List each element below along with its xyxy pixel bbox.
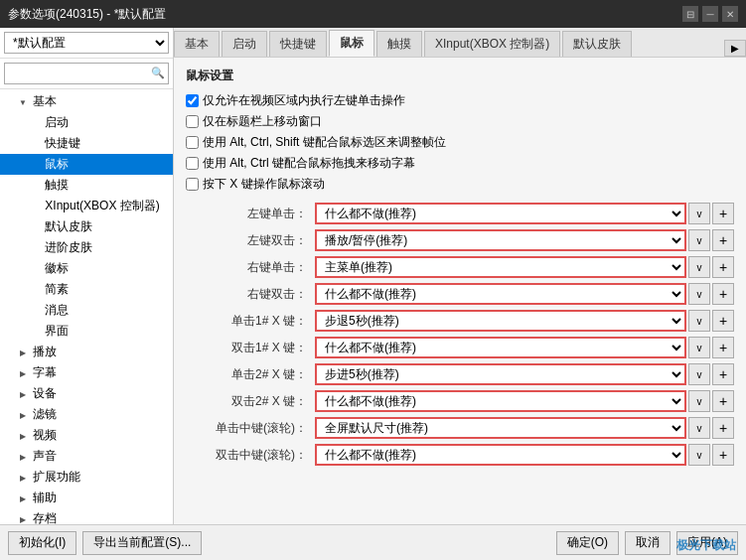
tree-item-assist[interactable]: 辅助 xyxy=(0,488,173,508)
settings-plus-btn-9[interactable]: + xyxy=(712,444,734,466)
tree-label-subtitle: 字幕 xyxy=(33,365,57,379)
sidebar-search-container: 🔍 xyxy=(0,59,173,89)
checkbox-cb4[interactable] xyxy=(186,157,199,170)
settings-v-btn-2[interactable]: v xyxy=(688,256,710,278)
settings-select-6[interactable]: 步进5秒(推荐) xyxy=(315,363,686,385)
tree-expander-subtitle[interactable] xyxy=(16,365,30,379)
checkbox-cb5[interactable] xyxy=(186,178,199,191)
tree-expander-video[interactable] xyxy=(16,428,30,442)
tree-expander-extend[interactable] xyxy=(16,470,30,484)
init-button[interactable]: 初始化(I) xyxy=(8,531,76,555)
tree-item-simple[interactable]: 简素 xyxy=(0,279,173,300)
tree-expander-playback[interactable] xyxy=(16,345,30,358)
tree-label-audio: 声音 xyxy=(33,449,57,463)
checkbox-row-cb2: 仅在标题栏上移动窗口 xyxy=(186,113,734,130)
tree-expander-basic[interactable] xyxy=(16,94,30,108)
tree-expander-doc[interactable] xyxy=(16,511,30,524)
settings-v-btn-7[interactable]: v xyxy=(688,390,710,412)
tree-expander-audio[interactable] xyxy=(16,449,30,463)
checkboxes-container: 仅允许在视频区域内执行左键单击操作 仅在标题栏上移动窗口 使用 Alt, Ctr… xyxy=(186,92,734,193)
tree-item-extend[interactable]: 扩展功能 xyxy=(0,467,173,488)
settings-select-5[interactable]: 什么都不做(推荐) xyxy=(315,337,686,358)
settings-label-4: 单击1# X 键： xyxy=(186,313,315,330)
tree-item-filter[interactable]: 滤镜 xyxy=(0,404,173,425)
minimize-button[interactable]: ─ xyxy=(702,6,718,22)
tree-item-message[interactable]: 消息 xyxy=(0,300,173,321)
tab-touch[interactable]: 触摸 xyxy=(376,31,422,57)
tree-item-logo[interactable]: 徽标 xyxy=(0,258,173,279)
close-button[interactable]: ✕ xyxy=(722,6,738,22)
settings-v-btn-0[interactable]: v xyxy=(688,203,710,224)
tab-mouse[interactable]: 鼠标 xyxy=(329,30,374,57)
settings-select-8[interactable]: 全屏默认尺寸(推荐) xyxy=(315,417,686,439)
settings-v-btn-4[interactable]: v xyxy=(688,310,710,332)
settings-select-9[interactable]: 什么都不做(推荐) xyxy=(315,444,686,466)
settings-plus-btn-4[interactable]: + xyxy=(712,310,734,332)
tree-item-shortcut[interactable]: 快捷键 xyxy=(0,133,173,154)
tab-nav-right[interactable]: ▶ xyxy=(724,40,746,57)
profile-select[interactable]: *默认配置 xyxy=(4,32,169,54)
tab-start[interactable]: 启动 xyxy=(222,31,267,57)
settings-select-3[interactable]: 什么都不做(推荐) xyxy=(315,283,686,305)
watermark: 极光下载站 xyxy=(676,537,736,554)
tree-item-playback[interactable]: 播放 xyxy=(0,342,173,362)
tab-shortcut[interactable]: 快捷键 xyxy=(269,31,327,57)
tree-item-progress[interactable]: 进阶皮肤 xyxy=(0,237,173,258)
checkbox-cb3[interactable] xyxy=(186,136,199,149)
settings-plus-btn-5[interactable]: + xyxy=(712,337,734,358)
search-input[interactable] xyxy=(4,63,169,84)
settings-plus-btn-3[interactable]: + xyxy=(712,283,734,305)
pin-button[interactable]: ⊟ xyxy=(682,6,698,22)
settings-select-0[interactable]: 什么都不做(推荐) xyxy=(315,203,686,224)
settings-v-btn-5[interactable]: v xyxy=(688,337,710,358)
tree-item-doc[interactable]: 存档 xyxy=(0,508,173,524)
checkbox-label-cb5: 按下 X 键操作鼠标滚动 xyxy=(203,176,325,193)
checkbox-label-cb1: 仅允许在视频区域内执行左键单击操作 xyxy=(203,92,405,109)
tab-defaultskin[interactable]: 默认皮肤 xyxy=(562,31,632,57)
settings-v-btn-6[interactable]: v xyxy=(688,363,710,385)
tree-item-device[interactable]: 设备 xyxy=(0,383,173,404)
settings-v-btn-1[interactable]: v xyxy=(688,229,710,251)
settings-plus-btn-6[interactable]: + xyxy=(712,363,734,385)
settings-control-0: 什么都不做(推荐) v + xyxy=(315,203,734,224)
tree-label-playback: 播放 xyxy=(33,345,57,358)
tree-item-xinput[interactable]: XInput(XBOX 控制器) xyxy=(0,196,173,216)
export-button[interactable]: 导出当前配置(S)... xyxy=(82,531,202,555)
settings-row-9: 双击中键(滚轮)： 什么都不做(推荐) v + xyxy=(186,444,734,466)
tree-item-audio[interactable]: 声音 xyxy=(0,446,173,467)
settings-v-btn-8[interactable]: v xyxy=(688,417,710,439)
checkbox-cb1[interactable] xyxy=(186,94,199,107)
tree-expander-device[interactable] xyxy=(16,386,30,400)
settings-select-2[interactable]: 主菜单(推荐) xyxy=(315,256,686,278)
settings-plus-btn-0[interactable]: + xyxy=(712,203,734,224)
settings-label-0: 左键单击： xyxy=(186,206,315,222)
tree-item-subtitle[interactable]: 字幕 xyxy=(0,362,173,383)
settings-v-btn-3[interactable]: v xyxy=(688,283,710,305)
tree-expander-filter[interactable] xyxy=(16,407,30,421)
settings-select-1[interactable]: 播放/暂停(推荐) xyxy=(315,229,686,251)
settings-plus-btn-7[interactable]: + xyxy=(712,390,734,412)
tree-item-basic[interactable]: 基本 xyxy=(0,91,173,112)
tree-label-logo: 徽标 xyxy=(45,261,69,275)
tree-label-ui: 界面 xyxy=(45,324,69,338)
settings-row-1: 左键双击： 播放/暂停(推荐) v + xyxy=(186,229,734,251)
tree-item-mouse[interactable]: 鼠标 xyxy=(0,154,173,175)
settings-plus-btn-2[interactable]: + xyxy=(712,256,734,278)
tree-item-defaultskin[interactable]: 默认皮肤 xyxy=(0,216,173,237)
ok-button[interactable]: 确定(O) xyxy=(556,531,619,555)
tree-item-touch[interactable]: 触摸 xyxy=(0,175,173,196)
tab-xinput[interactable]: XInput(XBOX 控制器) xyxy=(424,31,560,57)
tree-item-ui[interactable]: 界面 xyxy=(0,321,173,342)
cancel-button[interactable]: 取消 xyxy=(625,531,671,555)
settings-select-4[interactable]: 步退5秒(推荐) xyxy=(315,310,686,332)
tree-expander-assist[interactable] xyxy=(16,490,30,504)
tab-basic[interactable]: 基本 xyxy=(174,31,220,57)
tree-label-extend: 扩展功能 xyxy=(33,470,80,484)
checkbox-cb2[interactable] xyxy=(186,115,199,128)
tree-item-start[interactable]: 启动 xyxy=(0,112,173,133)
settings-plus-btn-1[interactable]: + xyxy=(712,229,734,251)
settings-plus-btn-8[interactable]: + xyxy=(712,417,734,439)
settings-v-btn-9[interactable]: v xyxy=(688,444,710,466)
tree-item-video[interactable]: 视频 xyxy=(0,425,173,446)
settings-select-7[interactable]: 什么都不做(推荐) xyxy=(315,390,686,412)
